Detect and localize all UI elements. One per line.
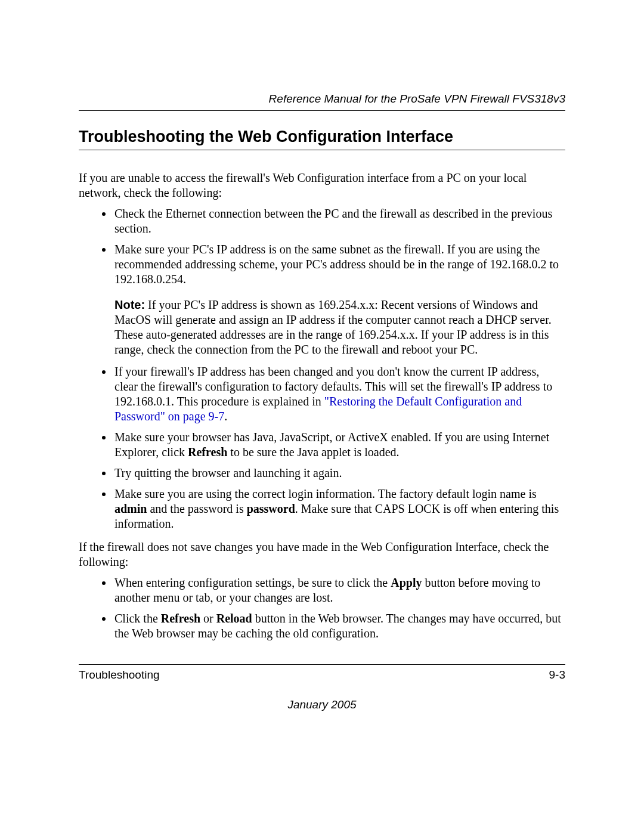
refresh2-bold: Refresh: [161, 612, 200, 625]
admin-bold: admin: [114, 502, 147, 515]
bullet-factory-post: .: [224, 410, 227, 423]
reload-bold: Reload: [216, 612, 252, 625]
rr-mid: or: [200, 612, 216, 625]
bullet-factory-reset: If your firewall's IP address has been c…: [113, 364, 565, 424]
login-pre: Make sure you are using the correct logi…: [114, 487, 537, 500]
note-block: Note: If your PC's IP address is shown a…: [114, 298, 565, 357]
bullet-login-info: Make sure you are using the correct logi…: [113, 487, 565, 531]
footer-section-name: Troubleshooting: [79, 668, 160, 682]
password-bold: password: [247, 502, 295, 515]
checklist-2: When entering configuration settings, be…: [79, 575, 565, 641]
section-heading: Troubleshooting the Web Configuration In…: [79, 128, 565, 146]
footer-page-number: 9-3: [549, 668, 565, 682]
document-page: Reference Manual for the ProSafe VPN Fir…: [0, 0, 644, 833]
header-rule: [79, 110, 565, 111]
apply-pre: When entering configuration settings, be…: [114, 576, 391, 589]
footer-rule: [79, 664, 565, 665]
bullet-ip-subnet: Make sure your PC's IP address is on the…: [113, 242, 565, 357]
checklist-1: Check the Ethernet connection between th…: [79, 206, 565, 531]
apply-bold: Apply: [391, 576, 422, 589]
rr-pre: Click the: [114, 612, 161, 625]
note-label: Note:: [114, 298, 145, 311]
refresh-bold: Refresh: [188, 445, 227, 459]
note-text: If your PC's IP address is shown as 169.…: [114, 298, 552, 356]
bullet-ethernet: Check the Ethernet connection between th…: [113, 206, 565, 236]
page-footer: Troubleshooting 9-3: [79, 664, 565, 682]
footer-date: January 2005: [0, 698, 644, 711]
intro-paragraph: If you are unable to access the firewall…: [79, 171, 565, 200]
bullet-browser-java: Make sure your browser has Java, JavaScr…: [113, 430, 565, 460]
bullet-apply: When entering configuration settings, be…: [113, 575, 565, 605]
intro-paragraph-2: If the firewall does not save changes yo…: [79, 540, 565, 569]
bullet-java-post: to be sure the Java applet is loaded.: [227, 445, 399, 459]
bullet-refresh-reload: Click the Refresh or Reload button in th…: [113, 611, 565, 641]
bullet-ip-subnet-text: Make sure your PC's IP address is on the…: [114, 243, 559, 286]
section-underline: [79, 150, 565, 150]
running-header: Reference Manual for the ProSafe VPN Fir…: [79, 92, 565, 106]
login-mid: and the password is: [147, 502, 246, 515]
bullet-quit-browser: Try quitting the browser and launching i…: [113, 466, 565, 481]
